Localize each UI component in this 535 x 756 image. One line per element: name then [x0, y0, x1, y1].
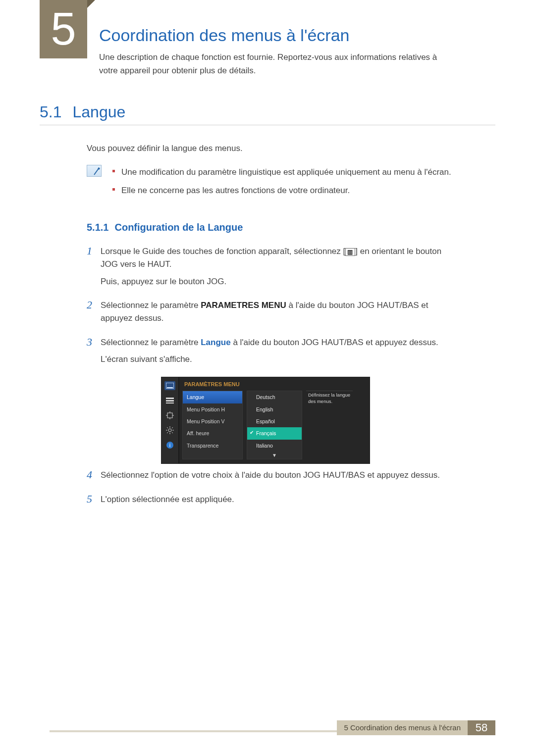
osd-menu-item: Langue [183, 391, 242, 403]
step-number: 2 [87, 299, 101, 329]
osd-menu-item: Menu Position V [183, 415, 242, 427]
step-item: 4 Sélectionnez l'option de votre choix à… [87, 469, 458, 486]
subsection-number: 5.1.1 [87, 222, 108, 233]
osd-option-list: Deutsch English Español Français Italian… [247, 391, 302, 459]
step-item: 5 L'option sélectionnée est appliquée. [87, 493, 458, 510]
settings-tab-icon [164, 426, 175, 435]
osd-option-item: Español [247, 415, 302, 427]
svg-rect-5 [167, 413, 172, 418]
step-item: 3 Sélectionnez le paramètre Langue à l'a… [87, 336, 458, 370]
osd-title: PARAMÈTRES MENU [182, 379, 367, 390]
osd-help-text: Définissez la langue des menus. [306, 391, 353, 404]
step-text: Sélectionnez l'option de votre choix à l… [101, 469, 458, 486]
osd-option-item-selected: Français [247, 427, 302, 439]
page-footer: 5 Coordination des menus à l'écran 58 [40, 720, 495, 735]
osd-tab-bar: i [161, 377, 179, 463]
footer-page-number: 58 [468, 720, 495, 735]
step-list: 1 Lorsque le Guide des touches de foncti… [87, 245, 458, 510]
osd-menu-list: Langue Menu Position H Menu Position V A… [182, 391, 243, 459]
osd-menu-item: Menu Position H [183, 403, 242, 415]
note-list: Une modification du paramètre linguistiq… [111, 164, 458, 202]
menu-grid-icon: ▥ [345, 248, 355, 256]
list-tab-icon [164, 396, 175, 405]
chapter-title: Coordination des menus à l'écran [99, 26, 349, 45]
osd-main: PARAMÈTRES MENU Langue Menu Position H M… [179, 377, 370, 463]
section-title: Langue [72, 103, 125, 121]
picture-tab-icon [164, 381, 175, 390]
bold-label: PARAMETRES MENU [201, 301, 286, 310]
scroll-down-icon: ▼ [247, 452, 302, 459]
step-text: Sélectionnez le paramètre Langue à l'aid… [101, 336, 458, 370]
section-number: 5.1 [40, 103, 61, 121]
step-item: 1 Lorsque le Guide des touches de foncti… [87, 245, 458, 292]
osd-option-item: Italiano [247, 440, 302, 452]
step-text: Lorsque le Guide des touches de fonction… [101, 245, 458, 292]
info-tab-icon: i [164, 441, 175, 450]
svg-rect-1 [167, 387, 173, 388]
svg-rect-4 [166, 403, 174, 403]
svg-rect-2 [166, 398, 174, 399]
osd-option-item: English [247, 403, 302, 415]
chapter-description: Une description de chaque fonction est f… [99, 50, 456, 77]
bold-label: Langue [201, 338, 230, 347]
osd-panel: i PARAMÈTRES MENU Langue Menu Position H… [161, 377, 370, 464]
step-number: 1 [87, 245, 101, 292]
step-text: L'option sélectionnée est appliquée. [101, 493, 458, 510]
osd-menu-item: Aff. heure [183, 427, 242, 439]
divider [40, 125, 495, 125]
note-icon [87, 165, 102, 177]
osd-screenshot: i PARAMÈTRES MENU Langue Menu Position H… [161, 377, 458, 464]
section-heading: 5.1Langue [40, 103, 125, 121]
chapter-ribbon: 5 [40, 0, 87, 58]
body-content: Vous pouvez définir la langue des menus.… [87, 134, 458, 517]
step-number: 4 [87, 469, 101, 486]
step-text: Sélectionnez le paramètre PARAMETRES MEN… [101, 299, 458, 329]
osd-help-column: Définissez la langue des menus. [306, 391, 353, 459]
subsection-title: Configuration de la Langue [114, 222, 243, 233]
note-item: Elle ne concerne pas les autres fonction… [111, 184, 458, 197]
note-block: Une modification du paramètre linguistiq… [87, 164, 458, 202]
osd-option-item: Deutsch [247, 391, 302, 403]
step-number: 5 [87, 493, 101, 510]
footer-rule [50, 730, 381, 732]
position-tab-icon [164, 411, 175, 420]
subsection-heading: 5.1.1Configuration de la Langue [87, 220, 458, 235]
step-item: 2 Sélectionnez le paramètre PARAMETRES M… [87, 299, 458, 329]
svg-point-6 [168, 429, 171, 432]
document-page: 5 Coordination des menus à l'écran Une d… [0, 0, 535, 756]
osd-option-column: Deutsch English Español Français Italian… [247, 391, 302, 459]
chapter-number: 5 [40, 6, 87, 51]
svg-text:i: i [169, 442, 170, 448]
footer-chapter-label: 5 Coordination des menus à l'écran [337, 720, 468, 735]
note-item: Une modification du paramètre linguistiq… [111, 166, 458, 179]
step-number: 3 [87, 336, 101, 370]
section-intro: Vous pouvez définir la langue des menus. [87, 142, 458, 155]
svg-rect-3 [166, 400, 174, 402]
osd-menu-item: Transparence [183, 440, 242, 452]
